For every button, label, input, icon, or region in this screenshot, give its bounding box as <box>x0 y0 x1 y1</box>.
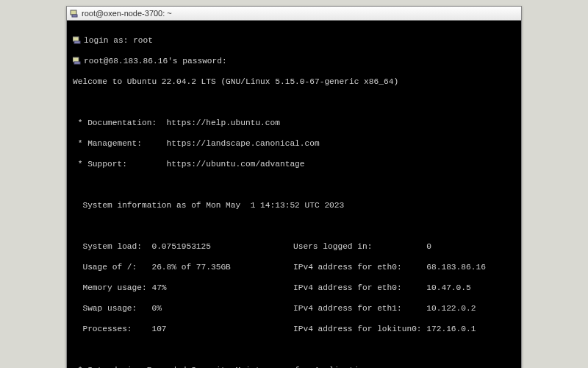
svg-rect-0 <box>71 10 76 15</box>
welcome-line: Welcome to Ubuntu 22.04.2 LTS (GNU/Linux… <box>73 77 515 87</box>
titlebar: root@oxen-node-3700: ~ <box>67 7 521 21</box>
esm-line-1: * Introducing Expanded Security Maintena… <box>73 365 515 368</box>
sysinfo-row-3: Memory usage: 47%IPv4 address for eth0: … <box>73 283 515 293</box>
terminal-body[interactable]: login as: root root@68.183.86.16's passw… <box>67 21 521 368</box>
putty-icon <box>70 9 79 18</box>
sysinfo-row-4: Swap usage: 0%IPv4 address for eth1: 10.… <box>73 303 515 314</box>
prompt-icon <box>73 57 82 65</box>
window-title: root@oxen-node-3700: ~ <box>82 9 172 18</box>
terminal-window: root@oxen-node-3700: ~ login as: root ro… <box>66 6 522 368</box>
prompt-icon <box>73 36 82 44</box>
mgmt-line: * Management: https://landscape.canonica… <box>73 138 515 149</box>
sysinfo-row-5: Processes: 107IPv4 address for lokitun0:… <box>73 324 515 334</box>
sysinfo-row-2: Usage of /: 26.8% of 77.35GBIPv4 address… <box>73 262 515 272</box>
login-line-2: root@68.183.86.16's password: <box>73 56 515 66</box>
login-line-1: login as: root <box>73 35 515 46</box>
svg-rect-1 <box>72 15 77 17</box>
svg-rect-4 <box>73 57 79 62</box>
sysinfo-row-1: System load: 0.0751953125Users logged in… <box>73 241 515 252</box>
svg-rect-3 <box>74 41 80 43</box>
svg-rect-2 <box>73 37 79 41</box>
svg-rect-5 <box>74 62 80 64</box>
sysinfo-header: System information as of Mon May 1 14:13… <box>73 200 515 210</box>
support-line: * Support: https://ubuntu.com/advantage <box>73 159 515 169</box>
doc-line: * Documentation: https://help.ubuntu.com <box>73 118 515 128</box>
